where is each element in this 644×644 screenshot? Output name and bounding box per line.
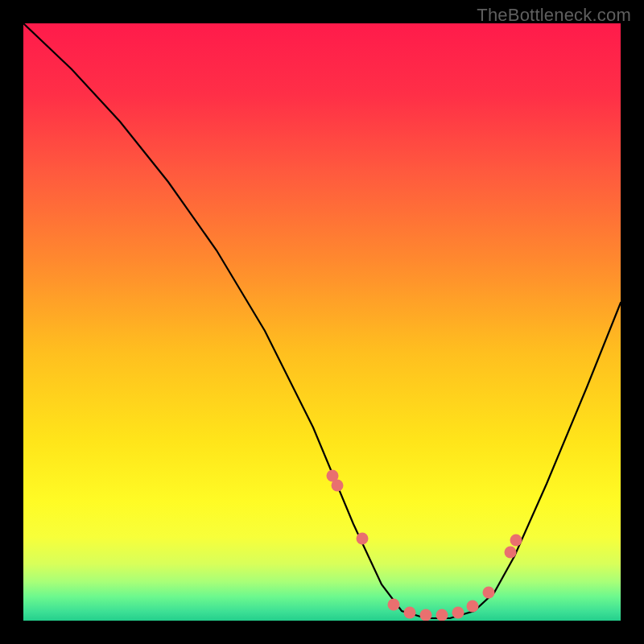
highlight-dot <box>332 480 344 492</box>
plot-area <box>23 23 621 621</box>
highlight-dot <box>452 607 464 619</box>
highlight-dot <box>404 607 416 619</box>
highlight-dot <box>483 587 495 599</box>
bottleneck-curve <box>23 23 621 618</box>
highlight-dot <box>388 599 400 611</box>
highlight-dot <box>357 533 369 545</box>
highlight-dot <box>420 609 432 621</box>
highlight-dot <box>510 535 522 547</box>
curve-layer <box>23 23 621 621</box>
highlight-dot <box>505 547 517 559</box>
highlight-dot <box>436 609 448 621</box>
highlight-dot <box>467 601 479 613</box>
marker-group <box>327 470 522 621</box>
chart-frame: TheBottleneck.com <box>0 0 644 644</box>
watermark-text: TheBottleneck.com <box>477 5 631 26</box>
